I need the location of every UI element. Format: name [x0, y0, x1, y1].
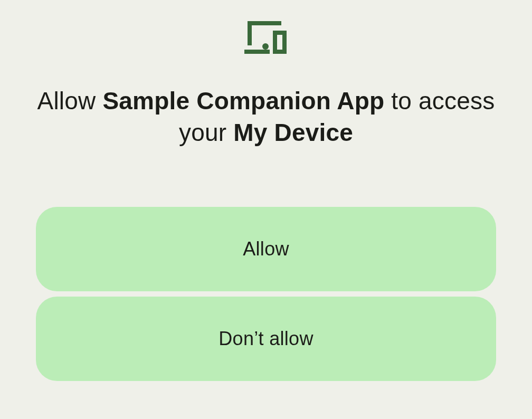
title-prefix: Allow [37, 87, 103, 115]
allow-button[interactable]: Allow [36, 207, 496, 291]
dialog-title: Allow Sample Companion App to access you… [34, 85, 498, 149]
title-app-name: Sample Companion App [102, 87, 384, 115]
dialog-buttons: Allow Don’t allow [0, 207, 532, 381]
svg-point-0 [262, 43, 269, 50]
devices-icon [244, 21, 288, 54]
dont-allow-button[interactable]: Don’t allow [36, 297, 496, 381]
permission-dialog: Allow Sample Companion App to access you… [0, 0, 532, 419]
title-device-name: My Device [233, 119, 353, 146]
dialog-icon-area [244, 21, 288, 54]
